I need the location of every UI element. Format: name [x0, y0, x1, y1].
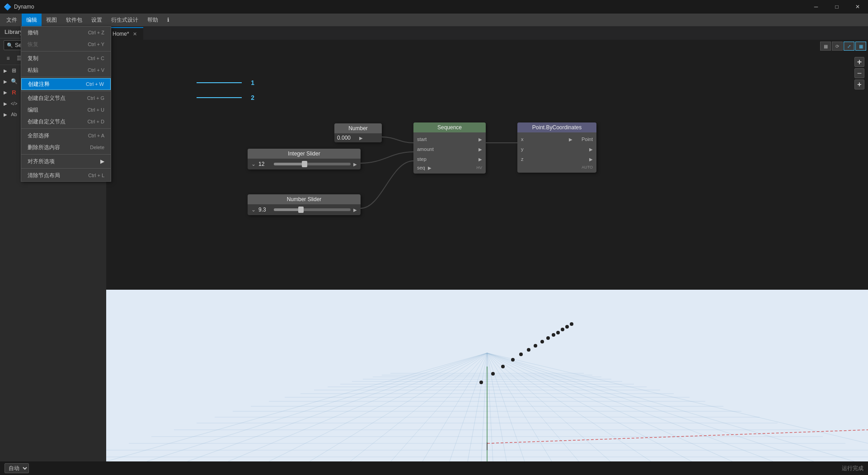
- menu-custom-node-2[interactable]: 创建自定义节点 Ctrl + D: [21, 116, 111, 127]
- svg-point-62: [561, 328, 564, 331]
- tab-label: Home*: [113, 31, 129, 37]
- app-icon: 🔷: [4, 3, 11, 10]
- point-footer: AUTO: [582, 165, 593, 169]
- svg-line-42: [487, 353, 692, 461]
- canvas-icon-refresh[interactable]: ⟳: [832, 42, 843, 51]
- integer-slider-chevron[interactable]: ⌄: [251, 161, 256, 167]
- svg-point-57: [519, 353, 523, 356]
- menu-paste[interactable]: 粘贴 Ctrl + V: [21, 64, 111, 76]
- menu-align[interactable]: 对齐所选项 ▶: [21, 155, 111, 167]
- svg-line-41: [487, 353, 651, 461]
- integer-slider-thumb[interactable]: [302, 161, 307, 167]
- run-status: 运行完成: [842, 465, 863, 472]
- point-node-header: Point.ByCoordinates: [517, 122, 596, 132]
- run-mode-select[interactable]: 自动 手动: [5, 463, 29, 473]
- number-slider-arrow[interactable]: ▶: [353, 207, 357, 212]
- sequence-port-amount: amount ▶: [413, 144, 486, 154]
- menu-info[interactable]: ℹ: [163, 14, 174, 26]
- menu-group[interactable]: 编组 Ctrl + U: [21, 104, 111, 116]
- separator-4: [21, 128, 111, 129]
- number-slider-thumb[interactable]: [298, 207, 304, 213]
- tabbar: Home* ✕: [106, 26, 868, 40]
- menu-file[interactable]: 文件: [2, 14, 22, 26]
- svg-point-54: [540, 340, 544, 343]
- integer-slider-track[interactable]: [274, 163, 351, 165]
- canvas-icon-geometry[interactable]: ▦: [820, 42, 831, 51]
- svg-line-28: [350, 353, 487, 461]
- menu-generative[interactable]: 衍生式设计: [107, 14, 143, 26]
- svg-line-26: [269, 353, 487, 461]
- revit-icon: R: [10, 89, 18, 96]
- search-icon: 🔍: [7, 42, 13, 48]
- chevron-icon-5: ▶: [4, 112, 7, 117]
- number-slider-chevron[interactable]: ⌄: [251, 207, 256, 213]
- main-container: Library 🔍 ≡ ☰ ▶ ⊞ ▶ 🔍 ▶ R Script ▶: [0, 26, 868, 461]
- menu-help[interactable]: 帮助: [143, 14, 163, 26]
- node-canvas[interactable]: ▦ ⟳ ⤢ ▦ + − +: [106, 40, 868, 461]
- script-icon: </>: [10, 101, 18, 106]
- zoom-fit-button[interactable]: +: [854, 80, 864, 89]
- separator-6: [21, 168, 111, 169]
- menu-select-all[interactable]: 全部选择 Ctrl + A: [21, 130, 111, 141]
- number-slider-track[interactable]: [274, 208, 351, 211]
- menu-edit[interactable]: 编辑: [22, 14, 42, 26]
- menu-settings[interactable]: 设置: [87, 14, 107, 26]
- zoom-controls: + − +: [854, 57, 864, 89]
- svg-line-43: [487, 353, 732, 461]
- menu-create-note[interactable]: 创建注释 Ctrl + W: [21, 78, 111, 90]
- number-value-row: 0.000 ▶: [334, 133, 382, 142]
- canvas-area: Home* ✕ ▦ ⟳ ⤢ ▦ + − +: [106, 26, 868, 461]
- sequence-footer: HV: [476, 165, 482, 170]
- menu-copy[interactable]: 复制 Ctrl + C: [21, 52, 111, 64]
- menubar: 文件 编辑 视图 软件包 设置 衍生式设计 帮助 ℹ 撤销 Ctrl + Z 恢…: [0, 14, 868, 26]
- separator-3: [21, 91, 111, 91]
- canvas-icon-toggle[interactable]: ▦: [855, 42, 866, 51]
- svg-line-31: [450, 353, 487, 461]
- callout-arrow-1: [197, 78, 246, 87]
- chevron-icon-3: ▶: [4, 90, 7, 95]
- minimize-button[interactable]: ─: [806, 0, 826, 14]
- number-node: Number 0.000 ▶: [334, 123, 382, 142]
- svg-line-27: [310, 353, 487, 461]
- number-arrow-btn[interactable]: ▶: [359, 136, 380, 141]
- menu-undo[interactable]: 撤销 Ctrl + Z: [21, 27, 111, 38]
- menu-view[interactable]: 视图: [42, 14, 61, 26]
- point-port-z: z ▶: [517, 154, 596, 164]
- close-button[interactable]: ✕: [847, 0, 868, 14]
- number-slider-header: Number Slider: [248, 194, 361, 204]
- zoom-in-button[interactable]: +: [854, 57, 864, 67]
- maximize-button[interactable]: □: [826, 0, 847, 14]
- menu-redo[interactable]: 恢复 Ctrl + Y: [21, 38, 111, 50]
- zoom-out-button[interactable]: −: [854, 68, 864, 78]
- sequence-node: Sequence start ▶ amount ▶ step ▶: [413, 122, 486, 174]
- sequence-node-header: Sequence: [413, 122, 486, 132]
- menu-packages[interactable]: 软件包: [61, 14, 87, 26]
- point-port-y: y ▶: [517, 144, 596, 154]
- number-node-header: Number: [334, 123, 382, 133]
- sequence-node-body: start ▶ amount ▶ step ▶ seq ▶ HV: [413, 132, 486, 174]
- menu-custom-node-1[interactable]: 创建自定义节点 Ctrl + G: [21, 92, 111, 104]
- chevron-icon: ▶: [4, 68, 7, 73]
- edit-dropdown: 撤销 Ctrl + Z 恢复 Ctrl + Y 复制 Ctrl + C 粘贴 C…: [21, 26, 111, 182]
- 3d-viewport[interactable]: .grid-line { stroke: #8ab0d0; stroke-wid…: [106, 290, 868, 461]
- svg-line-23: [147, 353, 487, 461]
- number-slider-value: 9.3: [258, 207, 271, 213]
- search-icon-2: 🔍: [10, 78, 18, 85]
- tab-close-button[interactable]: ✕: [133, 31, 137, 37]
- menu-delete[interactable]: 删除所选内容 Delete: [21, 141, 111, 153]
- svg-point-60: [491, 372, 495, 376]
- integer-slider-arrow[interactable]: ▶: [353, 162, 357, 167]
- svg-point-59: [501, 365, 505, 368]
- sidebar-icon-list[interactable]: ≡: [4, 54, 13, 63]
- svg-line-44: [487, 353, 773, 461]
- svg-point-53: [546, 336, 550, 340]
- tab-home[interactable]: Home* ✕: [106, 27, 143, 40]
- menu-clean[interactable]: 清除节点布局 Ctrl + L: [21, 169, 111, 181]
- point-out-label: Point: [582, 136, 593, 142]
- integer-slider-node: Integer Slider ⌄ 12 ▶: [248, 149, 361, 169]
- titlebar: 🔷 Dynamo ─ □ ✕: [0, 0, 868, 14]
- svg-line-25: [228, 353, 487, 461]
- svg-point-58: [511, 358, 515, 362]
- canvas-icon-split[interactable]: ⤢: [844, 42, 854, 51]
- svg-point-55: [534, 344, 537, 348]
